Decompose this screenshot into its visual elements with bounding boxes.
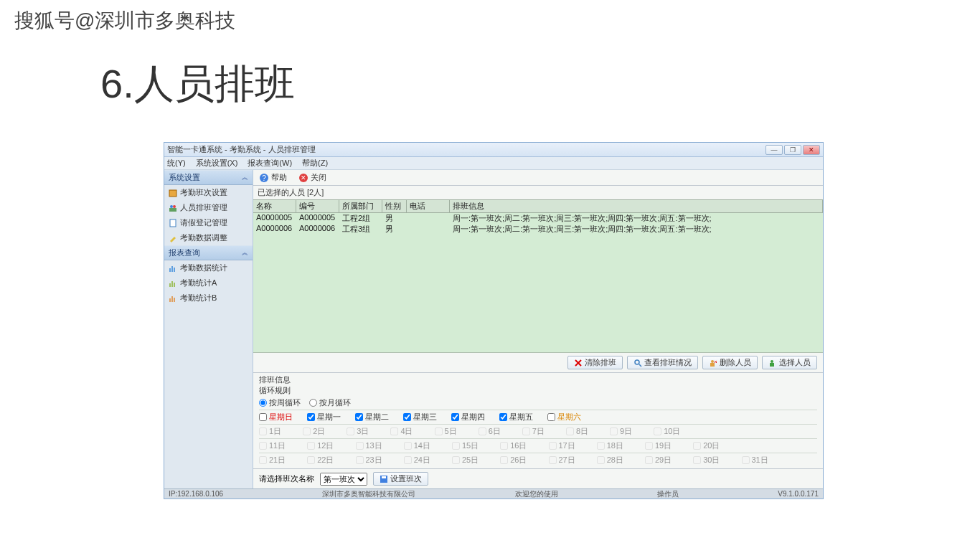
grid-header: 名称 编号 所属部门 性别 电话 排班信息 [253, 199, 823, 213]
shift-select[interactable]: 第一班次 [320, 473, 367, 486]
svg-rect-21 [710, 363, 715, 367]
day-label: 17日 [559, 440, 575, 451]
checkbox-input[interactable] [259, 413, 267, 421]
view-schedule-button[interactable]: 查看排班情况 [627, 356, 698, 369]
radio-input[interactable] [259, 399, 267, 407]
menu-help[interactable]: 帮助(Z) [302, 158, 328, 169]
menu-system[interactable]: 统(Y) [167, 158, 186, 169]
maximize-button[interactable]: ❐ [784, 145, 801, 155]
day-label: 25日 [462, 455, 479, 466]
col-sched[interactable]: 排班信息 [450, 200, 823, 212]
slide-title: 6.人员排班 [100, 57, 295, 112]
svg-rect-9 [171, 281, 173, 287]
toolbar-help[interactable]: ? 帮助 [259, 172, 287, 183]
checkbox-input[interactable] [547, 413, 555, 421]
user-remove-icon [709, 359, 717, 367]
status-company: 深圳市多奥智能科技有限公司 [322, 489, 415, 499]
day-checkbox: 6日 [479, 426, 501, 437]
weekday-checkbox[interactable]: 星期一 [307, 412, 341, 422]
select-person-button[interactable]: 选择人员 [762, 356, 817, 369]
day-label: 30日 [703, 455, 720, 466]
chart-icon [169, 294, 177, 303]
day-checkbox: 4日 [390, 426, 413, 437]
clear-schedule-button[interactable]: 清除排班 [567, 356, 623, 369]
day-label: 4日 [400, 426, 413, 437]
sidebar-item-adjust[interactable]: 考勤数据调整 [164, 230, 253, 245]
btn-label: 清除排班 [585, 357, 616, 368]
day-checkbox: 22日 [307, 455, 334, 466]
cell-name: A0000005 [253, 213, 296, 224]
checkbox-input[interactable] [499, 413, 507, 421]
sidebar-item-stats[interactable]: 考勤数据统计 [164, 260, 253, 275]
delete-person-button[interactable]: 删除人员 [702, 356, 758, 369]
day-row: 1日2日3日4日5日6日7日8日9日10日 [259, 424, 817, 438]
document-icon [169, 219, 177, 227]
menu-report[interactable]: 报表查询(W) [248, 158, 292, 169]
checkbox-input[interactable] [307, 413, 315, 421]
btn-label: 设置班次 [390, 473, 422, 484]
col-name[interactable]: 名称 [253, 200, 296, 212]
weekday-checkbox[interactable]: 星期日 [259, 412, 293, 422]
day-label: 26日 [510, 455, 527, 466]
sidebar-item-stats-a[interactable]: 考勤统计A [164, 275, 253, 290]
cell-sex: 男 [382, 213, 407, 224]
main-panel: ? 帮助 ✕ 关闭 已选择的人员 [2人] 名称 编号 所属部门 性别 电话 排… [253, 170, 823, 488]
svg-rect-5 [169, 268, 171, 272]
checkbox-input [597, 442, 605, 450]
day-row: 21日22日23日24日25日26日27日28日29日30日31日 [259, 453, 817, 467]
sidebar-panel-report[interactable]: 报表查询 ︽ [164, 245, 253, 260]
svg-rect-10 [174, 283, 175, 287]
table-row[interactable]: A0000006 A0000006 工程3组 男 周一:第一班次;周二:第一班次… [253, 224, 823, 235]
sidebar-item-label: 考勤统计B [180, 293, 217, 303]
checkbox-input [549, 456, 557, 464]
radio-label: 按周循环 [269, 397, 301, 408]
day-label: 15日 [462, 440, 479, 451]
day-label: 8日 [576, 426, 588, 437]
weekday-checkbox[interactable]: 星期六 [547, 412, 581, 422]
grid-body[interactable]: A0000005 A0000005 工程2组 男 周一:第一班次;周二:第一班次… [253, 213, 823, 353]
col-tel[interactable]: 电话 [407, 200, 450, 212]
col-id[interactable]: 编号 [296, 200, 339, 212]
radio-by-month[interactable]: 按月循环 [309, 397, 351, 408]
sidebar-item-scheduling[interactable]: 人员排班管理 [164, 200, 253, 215]
weekday-label: 星期六 [557, 412, 581, 422]
chevron-up-icon: ︽ [242, 173, 248, 182]
sidebar-item-label: 人员排班管理 [180, 202, 227, 213]
radio-by-week[interactable]: 按周循环 [259, 397, 301, 408]
table-row[interactable]: A0000005 A0000005 工程2组 男 周一:第一班次;周二:第一班次… [253, 213, 823, 224]
weekday-checkbox[interactable]: 星期四 [451, 412, 485, 422]
checkbox-input[interactable] [355, 413, 363, 421]
menu-settings[interactable]: 系统设置(X) [196, 158, 238, 169]
checkbox-input [307, 456, 315, 464]
checkbox-input[interactable] [403, 413, 411, 421]
sidebar-item-leave[interactable]: 请假登记管理 [164, 215, 253, 230]
col-sex[interactable]: 性别 [382, 200, 407, 212]
cell-dept: 工程2组 [339, 213, 382, 224]
svg-rect-12 [171, 296, 173, 302]
close-button[interactable]: ✕ [803, 145, 820, 155]
radio-input[interactable] [309, 399, 317, 407]
weekday-checkbox[interactable]: 星期二 [355, 412, 389, 422]
window-title: 智能一卡通系统 - 考勤系统 - 人员排班管理 [167, 144, 765, 155]
chart-icon [169, 279, 177, 288]
weekday-checkbox[interactable]: 星期五 [499, 412, 533, 422]
day-label: 31日 [752, 455, 768, 466]
checkbox-input [693, 442, 701, 450]
weekday-checkbox[interactable]: 星期三 [403, 412, 437, 422]
checkbox-input[interactable] [451, 413, 459, 421]
sidebar-item-stats-b[interactable]: 考勤统计B [164, 290, 253, 306]
sidebar-panel-system[interactable]: 系统设置 ︽ [164, 170, 253, 185]
day-checkbox: 11日 [259, 440, 286, 451]
checkbox-input [597, 456, 605, 464]
col-dept[interactable]: 所属部门 [339, 200, 382, 212]
users-icon [169, 204, 177, 212]
status-welcome: 欢迎您的使用 [515, 489, 558, 499]
set-shift-button[interactable]: 设置班次 [373, 472, 428, 486]
toolbar-close[interactable]: ✕ 关闭 [298, 172, 326, 183]
day-checkbox: 8日 [566, 426, 588, 437]
sidebar-item-shift-settings[interactable]: 考勤班次设置 [164, 185, 253, 200]
day-checkbox: 20日 [693, 440, 720, 451]
day-row: 11日12日13日14日15日16日17日18日19日20日 [259, 438, 817, 453]
day-checkbox: 17日 [549, 440, 575, 451]
minimize-button[interactable]: — [765, 145, 783, 155]
